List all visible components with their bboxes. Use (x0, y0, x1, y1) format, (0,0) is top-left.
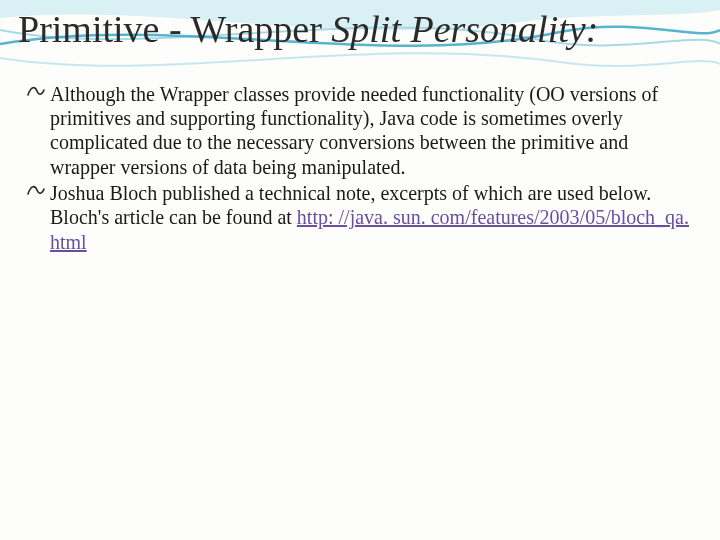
title-italic: Split Personality: (331, 8, 598, 50)
bullet-item: Joshua Bloch published a technical note,… (26, 181, 694, 254)
slide-title: Primitive - Wrapper Split Personality: (0, 0, 720, 54)
bullet-marker-icon (26, 82, 46, 104)
bullet-item: Although the Wrapper classes provide nee… (26, 82, 694, 180)
bullet-text: Joshua Bloch published a technical note,… (50, 181, 694, 254)
slide-body: Although the Wrapper classes provide nee… (0, 54, 720, 255)
title-roman: Primitive - Wrapper (18, 8, 331, 50)
bullet-text: Although the Wrapper classes provide nee… (50, 82, 694, 180)
bullet-marker-icon (26, 181, 46, 203)
